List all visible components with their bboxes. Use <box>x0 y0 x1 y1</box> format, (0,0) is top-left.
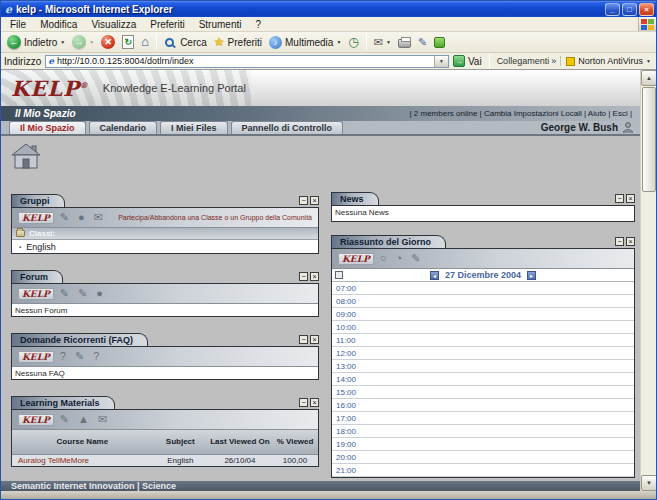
scrollbar-thumb[interactable] <box>642 87 656 192</box>
portlet-close-icon[interactable]: × <box>626 194 635 203</box>
media-button[interactable]: ♪ Multimedia ▼ <box>266 35 344 50</box>
time-slot[interactable]: 09:00 <box>332 308 634 321</box>
portlet-minimize-icon[interactable]: − <box>299 335 308 344</box>
maximize-button[interactable]: □ <box>622 3 637 16</box>
scroll-up-button[interactable]: ▲ <box>641 70 656 86</box>
kelp-mini-logo: KELP <box>18 212 54 224</box>
menu-preferiti[interactable]: Preferiti <box>143 19 191 30</box>
history-button[interactable]: ◷ <box>345 35 361 50</box>
forum-banner: KELP ✎ ✎ ● <box>12 284 318 304</box>
header-links[interactable]: | 2 members online | Cambia Impostazioni… <box>410 109 633 118</box>
portlet-news: News − × Nessuna News <box>331 192 635 222</box>
address-bar: Indirizzo e ▼ → Vai Collegamenti » Norto… <box>1 53 656 70</box>
class-link[interactable]: English <box>26 242 56 252</box>
minimize-button[interactable]: _ <box>605 3 620 16</box>
address-field[interactable]: e ▼ <box>45 55 449 68</box>
portlet-close-icon[interactable]: × <box>310 272 319 281</box>
portlet-controls: − × <box>615 237 635 248</box>
portlet-close-icon[interactable]: × <box>310 196 319 205</box>
mail-dropdown-icon[interactable]: ▼ <box>386 39 391 45</box>
time-slot[interactable]: 21:00 <box>332 464 634 477</box>
tab-pannello-di-controllo[interactable]: Pannello di Controllo <box>231 121 344 134</box>
mail-button[interactable]: ✉ ▼ <box>371 35 394 50</box>
norton-dropdown-icon[interactable]: ▼ <box>646 58 651 64</box>
toolbar-separator <box>156 34 157 50</box>
search-button[interactable]: Cerca <box>161 35 210 50</box>
edit-button[interactable]: ✎ <box>415 35 430 50</box>
home-button[interactable]: ⌂ <box>138 34 152 50</box>
time-slot[interactable]: 17:00 <box>332 412 634 425</box>
prev-day-button[interactable]: ◄ <box>430 271 439 280</box>
search-label: Cerca <box>180 37 207 48</box>
right-column: News − × Nessuna News Ri <box>331 192 635 491</box>
menu-visualizza[interactable]: Visualizza <box>84 19 143 30</box>
portlet-close-icon[interactable]: × <box>310 398 319 407</box>
course-link[interactable]: Auralog TellMeMore <box>12 454 153 466</box>
col-course-name: Course Name <box>12 430 153 454</box>
portlet-minimize-icon[interactable]: − <box>299 398 308 407</box>
menu-file[interactable]: File <box>3 19 33 30</box>
classi-label: Classi: <box>29 229 55 238</box>
kelp-logo: KELP® <box>11 76 89 101</box>
next-day-button[interactable]: ► <box>527 271 536 280</box>
time-slot[interactable]: 20:00 <box>332 451 634 464</box>
time-slot[interactable]: 13:00 <box>332 360 634 373</box>
class-item-english[interactable]: ▪ English <box>12 240 318 253</box>
portlet-minimize-icon[interactable]: − <box>615 194 624 203</box>
portlet-controls: − × <box>299 398 319 409</box>
messenger-button[interactable] <box>431 36 448 49</box>
address-label: Indirizzo <box>4 56 41 67</box>
favorites-icon: ★ <box>214 35 225 49</box>
time-slot[interactable]: 15:00 <box>332 386 634 399</box>
print-button[interactable] <box>395 35 414 49</box>
address-input[interactable] <box>54 56 434 67</box>
time-slot[interactable]: 08:00 <box>332 295 634 308</box>
menu-modifica[interactable]: Modifica <box>33 19 84 30</box>
time-slot[interactable]: 19:00 <box>332 438 634 451</box>
bullet-icon: ▪ <box>19 244 21 250</box>
menu-help[interactable]: ? <box>248 19 268 30</box>
portlet-minimize-icon[interactable]: − <box>299 196 308 205</box>
menu-bar: File Modifica Visualizza Preferiti Strum… <box>1 17 656 32</box>
links-label: Collegamenti <box>497 56 550 66</box>
time-slot[interactable]: 11:00 <box>332 334 634 347</box>
back-dropdown-icon[interactable]: ▼ <box>60 39 65 45</box>
back-button[interactable]: ← Indietro ▼ <box>4 34 68 50</box>
address-dropdown-icon[interactable]: ▼ <box>434 56 448 67</box>
time-slot[interactable]: 14:00 <box>332 373 634 386</box>
time-slot[interactable]: 10:00 <box>332 321 634 334</box>
scroll-down-button[interactable]: ▼ <box>641 475 656 491</box>
home-page-icon[interactable] <box>9 142 43 172</box>
media-dropdown-icon[interactable]: ▼ <box>336 39 341 45</box>
vertical-scrollbar[interactable]: ▲ ▼ <box>640 70 656 491</box>
tab-il-mio-spazio[interactable]: Il Mio Spazio <box>9 121 86 134</box>
gruppi-banner-link[interactable]: Partecipa/Abbandona una Classe o un Grup… <box>118 214 312 221</box>
norton-button[interactable]: Norton AntiVirus ▼ <box>560 56 653 66</box>
tab-i-miei-files[interactable]: I Miei Files <box>160 121 228 134</box>
toolbar: ← Indietro ▼ → ▼ ✕ ↻ ⌂ Cerca ★ Preferiti… <box>1 32 656 53</box>
refresh-button[interactable]: ↻ <box>119 34 137 50</box>
close-button[interactable]: × <box>639 3 654 16</box>
links-button[interactable]: Collegamenti » <box>497 56 557 66</box>
stop-button[interactable]: ✕ <box>98 34 118 50</box>
browser-window: e kelp - Microsoft Internet Explorer _ □… <box>0 0 657 500</box>
kelp-mini-logo: KELP <box>338 253 374 265</box>
portlet-minimize-icon[interactable]: − <box>299 272 308 281</box>
folder-icon <box>16 230 25 237</box>
portlet-minimize-icon[interactable]: − <box>615 237 624 246</box>
time-slot[interactable]: 18:00 <box>332 425 634 438</box>
time-slot[interactable]: 07:00 <box>332 282 634 295</box>
portlet-close-icon[interactable]: × <box>626 237 635 246</box>
tab-calendario[interactable]: Calendario <box>89 121 158 134</box>
time-slot[interactable]: 16:00 <box>332 399 634 412</box>
portlet-close-icon[interactable]: × <box>310 335 319 344</box>
forward-button[interactable]: → ▼ <box>69 34 97 50</box>
portlet-gruppi: Gruppi − × KELP ✎ ● ✉ Partecipa/Abbandon… <box>11 194 319 254</box>
go-button[interactable]: → Vai <box>453 55 482 67</box>
titlebar[interactable]: e kelp - Microsoft Internet Explorer _ □… <box>1 1 656 17</box>
time-slot[interactable]: 12:00 <box>332 347 634 360</box>
banner-doodles-icon: ✎ ▲ ✉ <box>60 413 110 426</box>
menu-strumenti[interactable]: Strumenti <box>192 19 249 30</box>
favorites-button[interactable]: ★ Preferiti <box>211 34 265 50</box>
banner-doodles-icon: ✎ ● ✉ <box>60 211 106 224</box>
